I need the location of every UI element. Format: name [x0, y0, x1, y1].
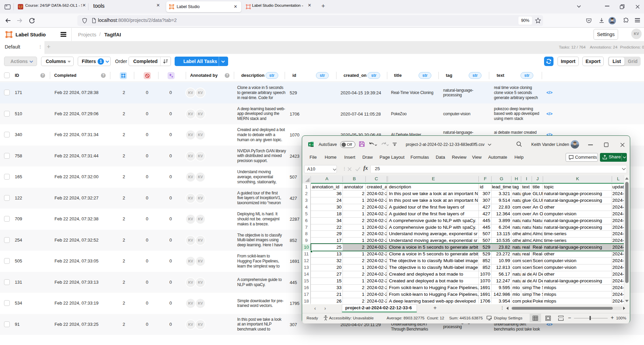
svg-text:X: X [309, 143, 311, 146]
